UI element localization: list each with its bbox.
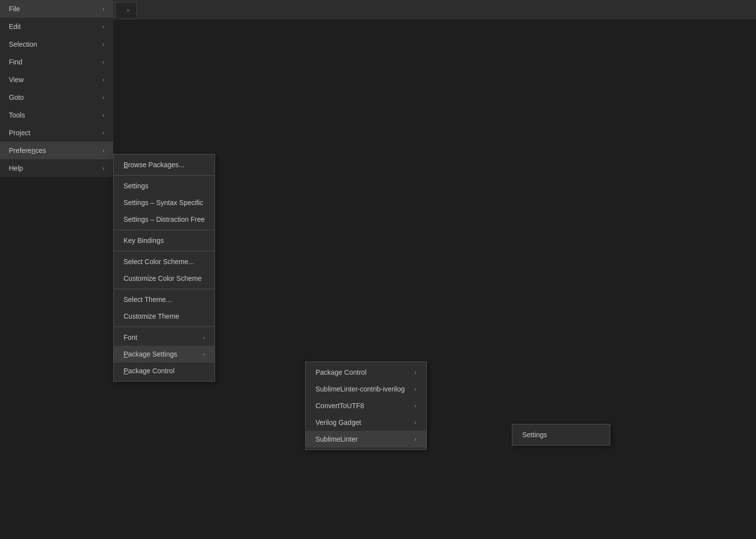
menubar-arrow-goto: › [102, 94, 104, 100]
preferences-dropdown: Browse Packages... Settings Settings – S… [113, 154, 215, 382]
package-settings-arrow: › [203, 351, 205, 357]
pkg-package-control-label: Package Control [315, 368, 367, 376]
select-color-scheme-label: Select Color Scheme... [124, 258, 194, 266]
pkg-sublimelinter-label: SublimeLinter [315, 435, 358, 443]
dropdown-item-key-bindings[interactable]: Key Bindings [114, 232, 215, 249]
customize-color-scheme-label: Customize Color Scheme [124, 274, 202, 282]
menubar-item-file[interactable]: File › [0, 0, 113, 18]
menubar-arrow-find: › [102, 59, 104, 65]
dropdown-item-sl-settings[interactable]: Settings [512, 426, 610, 443]
pkg-sublimelinter-iverilog-arrow: › [414, 386, 416, 392]
menubar-arrow-edit: › [102, 24, 104, 30]
menubar-label-goto: Goto [9, 93, 24, 101]
menubar-item-help[interactable]: Help › [0, 159, 113, 177]
font-arrow: › [203, 334, 205, 340]
pkg-converttoutf8-label: ConvertToUTF8 [315, 402, 364, 410]
package-control-label: Package Control [124, 367, 175, 375]
dropdown-item-pkg-package-control[interactable]: Package Control › [306, 364, 426, 381]
menubar-arrow-project: › [102, 130, 104, 136]
settings-label: Settings [124, 182, 149, 190]
dropdown-item-settings-distraction[interactable]: Settings – Distraction Free [114, 211, 215, 228]
select-theme-label: Select Theme... [124, 296, 172, 303]
dropdown-item-pkg-sublimelinter-iverilog[interactable]: SublimeLinter-contrib-iverilog › [306, 381, 426, 397]
dropdown-item-select-theme[interactable]: Select Theme... [114, 291, 215, 308]
dropdown-item-pkg-verilog-gadget[interactable]: Verilog Gadget › [306, 414, 426, 431]
dropdown-item-settings[interactable]: Settings [114, 178, 215, 194]
font-label: Font [124, 333, 137, 341]
settings-syntax-label: Settings – Syntax Specific [124, 199, 203, 207]
separator-1 [114, 175, 215, 176]
pkg-package-control-arrow: › [414, 369, 416, 375]
menubar-item-view[interactable]: View › [0, 71, 113, 89]
menubar-label-help: Help [9, 164, 23, 172]
separator-5 [114, 327, 215, 327]
dropdown-item-pkg-sublimelinter[interactable]: SublimeLinter › [306, 431, 426, 448]
pkg-verilog-gadget-arrow: › [414, 419, 416, 425]
browse-packages-label: Browse Packages... [124, 161, 185, 169]
menubar-label-selection: Selection [9, 40, 37, 48]
menubar-arrow-view: › [102, 77, 104, 83]
menubar-arrow-help: › [102, 165, 104, 171]
customize-theme-label: Customize Theme [124, 312, 179, 320]
sublimelinter-dropdown: Settings [512, 424, 610, 446]
pkg-verilog-gadget-label: Verilog Gadget [315, 419, 361, 426]
menubar-item-tools[interactable]: Tools › [0, 106, 113, 124]
menubar-item-selection[interactable]: Selection › [0, 35, 113, 53]
package-settings-label: Package Settings [124, 350, 177, 358]
separator-4 [114, 289, 215, 289]
menubar-label-view: View [9, 76, 24, 84]
menubar-label-file: File [9, 5, 20, 13]
menubar-label-project: Project [9, 129, 31, 137]
separator-2 [114, 230, 215, 230]
menubar-label-tools: Tools [9, 111, 25, 119]
dropdown-item-package-control[interactable]: Package Control [114, 362, 215, 379]
menubar-label-preferences: Preferences [9, 147, 46, 154]
package-settings-dropdown: Package Control › SublimeLinter-contrib-… [305, 361, 427, 450]
tab-bar: × [113, 0, 756, 20]
menubar-label-find: Find [9, 58, 22, 66]
menubar-item-find[interactable]: Find › [0, 53, 113, 71]
settings-distraction-label: Settings – Distraction Free [124, 215, 205, 223]
dropdown-item-browse-packages[interactable]: Browse Packages... [114, 156, 215, 173]
tab-close-button[interactable]: × [126, 7, 129, 13]
tab-item[interactable]: × [115, 2, 137, 18]
dropdown-item-select-color-scheme[interactable]: Select Color Scheme... [114, 253, 215, 270]
dropdown-item-customize-color-scheme[interactable]: Customize Color Scheme [114, 270, 215, 287]
menubar-item-edit[interactable]: Edit › [0, 18, 113, 35]
sl-settings-label: Settings [522, 431, 547, 439]
menubar-item-goto[interactable]: Goto › [0, 89, 113, 106]
menubar-arrow-preferences: › [102, 148, 104, 153]
menubar-arrow-selection: › [102, 41, 104, 47]
pkg-converttoutf8-arrow: › [414, 403, 416, 409]
dropdown-item-package-settings[interactable]: Package Settings › [114, 346, 215, 362]
dropdown-item-pkg-converttoutf8[interactable]: ConvertToUTF8 › [306, 397, 426, 414]
dropdown-item-font[interactable]: Font › [114, 329, 215, 346]
key-bindings-label: Key Bindings [124, 237, 164, 244]
dropdown-item-customize-theme[interactable]: Customize Theme [114, 308, 215, 325]
menubar-item-project[interactable]: Project › [0, 124, 113, 142]
separator-3 [114, 251, 215, 251]
dropdown-item-settings-syntax[interactable]: Settings – Syntax Specific [114, 194, 215, 211]
menubar-arrow-tools: › [102, 112, 104, 118]
menubar-arrow-file: › [102, 6, 104, 12]
menubar: File › Edit › Selection › Find › View › … [0, 0, 113, 177]
menubar-item-preferences[interactable]: Preferences › [0, 142, 113, 159]
pkg-sublimelinter-iverilog-label: SublimeLinter-contrib-iverilog [315, 385, 405, 393]
menubar-label-edit: Edit [9, 23, 21, 30]
pkg-sublimelinter-arrow: › [414, 436, 416, 442]
